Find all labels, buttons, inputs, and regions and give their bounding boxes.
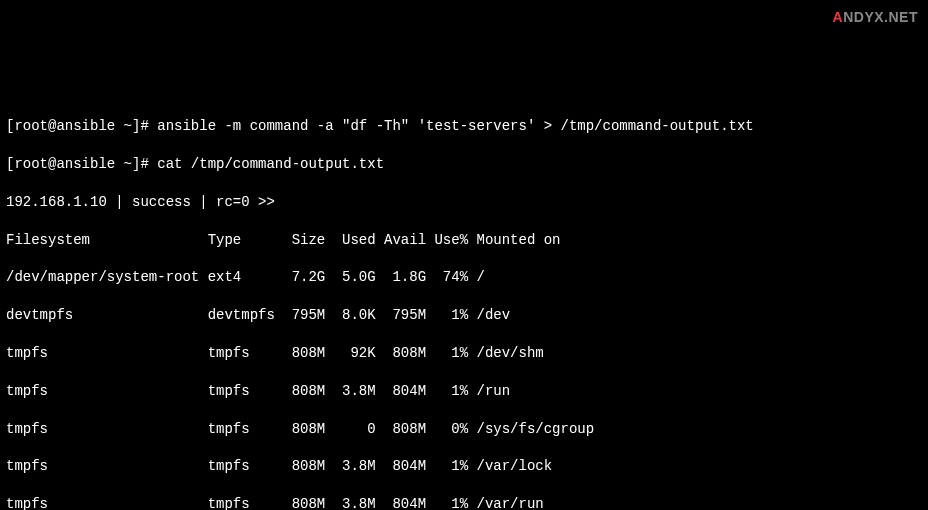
host1-columns: Filesystem Type Size Used Avail Use% Mou…: [6, 231, 922, 250]
table-row: tmpfs tmpfs 808M 3.8M 804M 1% /var/lock: [6, 457, 922, 476]
watermark: ANDYX.NET: [833, 8, 918, 27]
watermark-rest: NDYX.NET: [843, 9, 918, 25]
prompt-line-1[interactable]: [root@ansible ~]# ansible -m command -a …: [6, 117, 922, 136]
table-row: /dev/mapper/system-root ext4 7.2G 5.0G 1…: [6, 268, 922, 287]
table-row: devtmpfs devtmpfs 795M 8.0K 795M 1% /dev: [6, 306, 922, 325]
command-text: cat /tmp/command-output.txt: [157, 156, 384, 172]
table-row: tmpfs tmpfs 808M 3.8M 804M 1% /run: [6, 382, 922, 401]
prompt-line-2[interactable]: [root@ansible ~]# cat /tmp/command-outpu…: [6, 155, 922, 174]
prompt-prefix: [root@ansible ~]#: [6, 156, 157, 172]
table-row: tmpfs tmpfs 808M 0 808M 0% /sys/fs/cgrou…: [6, 420, 922, 439]
prompt-prefix: [root@ansible ~]#: [6, 118, 157, 134]
table-row: tmpfs tmpfs 808M 3.8M 804M 1% /var/run: [6, 495, 922, 510]
watermark-a: A: [833, 9, 844, 25]
host1-header: 192.168.1.10 | success | rc=0 >>: [6, 193, 922, 212]
table-row: tmpfs tmpfs 808M 92K 808M 1% /dev/shm: [6, 344, 922, 363]
command-text: ansible -m command -a "df -Th" 'test-ser…: [157, 118, 754, 134]
